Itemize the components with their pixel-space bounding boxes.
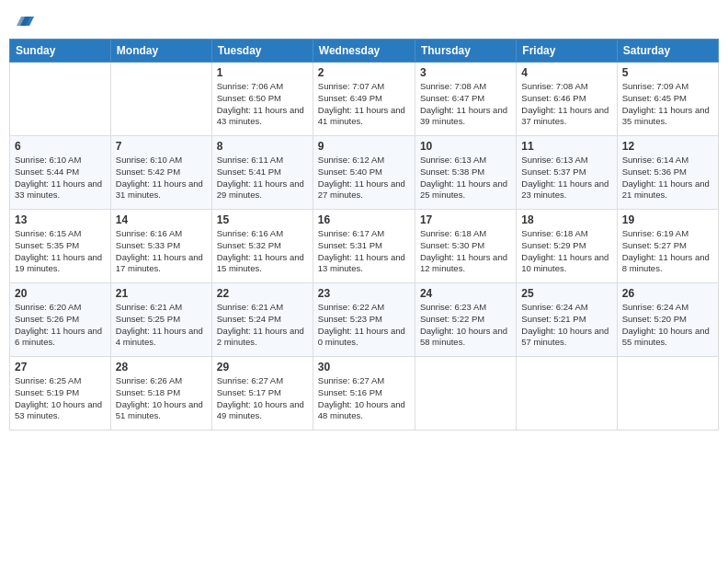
- calendar-cell: 23Sunrise: 6:22 AM Sunset: 5:23 PM Dayli…: [313, 283, 415, 357]
- calendar-cell: 17Sunrise: 6:18 AM Sunset: 5:30 PM Dayli…: [415, 210, 516, 283]
- day-number: 1: [217, 66, 308, 79]
- calendar-cell: 1Sunrise: 7:06 AM Sunset: 6:50 PM Daylig…: [211, 63, 313, 136]
- calendar-cell: [10, 63, 111, 136]
- cell-content: Sunrise: 6:10 AM Sunset: 5:42 PM Dayligh…: [116, 155, 207, 201]
- page-header: [9, 9, 719, 31]
- cell-content: Sunrise: 7:06 AM Sunset: 6:50 PM Dayligh…: [217, 81, 308, 128]
- day-number: 28: [116, 361, 207, 373]
- column-header-tuesday: Tuesday: [211, 40, 313, 63]
- day-number: 22: [217, 287, 308, 300]
- day-number: 6: [15, 140, 106, 153]
- cell-content: Sunrise: 6:22 AM Sunset: 5:23 PM Dayligh…: [318, 302, 410, 349]
- day-number: 4: [521, 66, 611, 79]
- logo: [15, 13, 37, 28]
- calendar-header: SundayMondayTuesdayWednesdayThursdayFrid…: [10, 40, 719, 63]
- day-number: 9: [318, 140, 410, 153]
- day-number: 24: [420, 287, 511, 300]
- cell-content: Sunrise: 6:21 AM Sunset: 5:25 PM Dayligh…: [116, 302, 207, 349]
- calendar-cell: 15Sunrise: 6:16 AM Sunset: 5:32 PM Dayli…: [211, 210, 313, 283]
- cell-content: Sunrise: 6:14 AM Sunset: 5:36 PM Dayligh…: [622, 155, 713, 201]
- cell-content: Sunrise: 6:15 AM Sunset: 5:35 PM Dayligh…: [15, 228, 106, 275]
- day-number: 26: [622, 287, 713, 300]
- column-header-saturday: Saturday: [617, 40, 718, 63]
- calendar-cell: 27Sunrise: 6:25 AM Sunset: 5:19 PM Dayli…: [10, 357, 111, 431]
- cell-content: Sunrise: 6:25 AM Sunset: 5:19 PM Dayligh…: [15, 375, 106, 422]
- cell-content: Sunrise: 6:18 AM Sunset: 5:30 PM Dayligh…: [420, 228, 511, 275]
- calendar-cell: 7Sunrise: 6:10 AM Sunset: 5:42 PM Daylig…: [110, 136, 211, 210]
- day-number: 13: [15, 213, 106, 226]
- day-number: 14: [116, 213, 207, 226]
- day-number: 23: [318, 287, 410, 300]
- cell-content: Sunrise: 6:13 AM Sunset: 5:38 PM Dayligh…: [420, 155, 511, 201]
- calendar-cell: 25Sunrise: 6:24 AM Sunset: 5:21 PM Dayli…: [517, 283, 617, 357]
- cell-content: Sunrise: 6:21 AM Sunset: 5:24 PM Dayligh…: [217, 302, 308, 349]
- day-number: 17: [420, 213, 511, 226]
- week-row-3: 13Sunrise: 6:15 AM Sunset: 5:35 PM Dayli…: [10, 210, 719, 283]
- cell-content: Sunrise: 7:08 AM Sunset: 6:47 PM Dayligh…: [420, 81, 511, 128]
- calendar-cell: 26Sunrise: 6:24 AM Sunset: 5:20 PM Dayli…: [617, 283, 718, 357]
- calendar-cell: 14Sunrise: 6:16 AM Sunset: 5:33 PM Dayli…: [110, 210, 211, 283]
- calendar-cell: 28Sunrise: 6:26 AM Sunset: 5:18 PM Dayli…: [110, 357, 211, 431]
- day-number: 25: [521, 287, 611, 300]
- day-number: 10: [420, 140, 511, 153]
- calendar-cell: 20Sunrise: 6:20 AM Sunset: 5:26 PM Dayli…: [10, 283, 111, 357]
- calendar-cell: 30Sunrise: 6:27 AM Sunset: 5:16 PM Dayli…: [313, 357, 415, 431]
- cell-content: Sunrise: 6:18 AM Sunset: 5:29 PM Dayligh…: [521, 228, 611, 275]
- calendar-cell: 3Sunrise: 7:08 AM Sunset: 6:47 PM Daylig…: [415, 63, 516, 136]
- cell-content: Sunrise: 6:24 AM Sunset: 5:20 PM Dayligh…: [622, 302, 713, 349]
- cell-content: Sunrise: 6:12 AM Sunset: 5:40 PM Dayligh…: [318, 155, 410, 201]
- calendar-cell: 11Sunrise: 6:13 AM Sunset: 5:37 PM Dayli…: [517, 136, 617, 210]
- calendar-cell: 2Sunrise: 7:07 AM Sunset: 6:49 PM Daylig…: [313, 63, 415, 136]
- calendar-cell: 6Sunrise: 6:10 AM Sunset: 5:44 PM Daylig…: [10, 136, 111, 210]
- week-row-4: 20Sunrise: 6:20 AM Sunset: 5:26 PM Dayli…: [10, 283, 719, 357]
- cell-content: Sunrise: 6:16 AM Sunset: 5:32 PM Dayligh…: [217, 228, 308, 275]
- day-number: 8: [217, 140, 308, 153]
- calendar-cell: 24Sunrise: 6:23 AM Sunset: 5:22 PM Dayli…: [415, 283, 516, 357]
- column-header-wednesday: Wednesday: [313, 40, 415, 63]
- cell-content: Sunrise: 6:27 AM Sunset: 5:16 PM Dayligh…: [318, 375, 410, 422]
- day-number: 20: [15, 287, 106, 300]
- calendar-cell: [110, 63, 211, 136]
- day-number: 12: [622, 140, 713, 153]
- calendar-cell: [617, 357, 718, 431]
- cell-content: Sunrise: 6:16 AM Sunset: 5:33 PM Dayligh…: [116, 228, 207, 275]
- day-number: 3: [420, 66, 511, 79]
- calendar-cell: 8Sunrise: 6:11 AM Sunset: 5:41 PM Daylig…: [211, 136, 313, 210]
- week-row-1: 1Sunrise: 7:06 AM Sunset: 6:50 PM Daylig…: [10, 63, 719, 136]
- day-number: 21: [116, 287, 207, 300]
- cell-content: Sunrise: 6:26 AM Sunset: 5:18 PM Dayligh…: [116, 375, 207, 422]
- week-row-2: 6Sunrise: 6:10 AM Sunset: 5:44 PM Daylig…: [10, 136, 719, 210]
- day-number: 7: [116, 140, 207, 153]
- cell-content: Sunrise: 7:08 AM Sunset: 6:46 PM Dayligh…: [521, 81, 611, 128]
- cell-content: Sunrise: 6:19 AM Sunset: 5:27 PM Dayligh…: [622, 228, 713, 275]
- calendar-cell: 21Sunrise: 6:21 AM Sunset: 5:25 PM Dayli…: [110, 283, 211, 357]
- cell-content: Sunrise: 6:20 AM Sunset: 5:26 PM Dayligh…: [15, 302, 106, 349]
- day-number: 5: [622, 66, 713, 79]
- column-header-sunday: Sunday: [10, 40, 111, 63]
- calendar-cell: 12Sunrise: 6:14 AM Sunset: 5:36 PM Dayli…: [617, 136, 718, 210]
- calendar-cell: 10Sunrise: 6:13 AM Sunset: 5:38 PM Dayli…: [415, 136, 516, 210]
- day-number: 29: [217, 361, 308, 373]
- cell-content: Sunrise: 7:07 AM Sunset: 6:49 PM Dayligh…: [318, 81, 410, 128]
- cell-content: Sunrise: 6:27 AM Sunset: 5:17 PM Dayligh…: [217, 375, 308, 422]
- day-number: 19: [622, 213, 713, 226]
- logo-icon: [17, 13, 35, 28]
- cell-content: Sunrise: 6:10 AM Sunset: 5:44 PM Dayligh…: [15, 155, 106, 201]
- week-row-5: 27Sunrise: 6:25 AM Sunset: 5:19 PM Dayli…: [10, 357, 719, 431]
- cell-content: Sunrise: 6:11 AM Sunset: 5:41 PM Dayligh…: [217, 155, 308, 201]
- calendar-cell: 13Sunrise: 6:15 AM Sunset: 5:35 PM Dayli…: [10, 210, 111, 283]
- column-header-thursday: Thursday: [415, 40, 516, 63]
- cell-content: Sunrise: 6:17 AM Sunset: 5:31 PM Dayligh…: [318, 228, 410, 275]
- day-number: 30: [318, 361, 410, 373]
- column-header-monday: Monday: [110, 40, 211, 63]
- cell-content: Sunrise: 6:23 AM Sunset: 5:22 PM Dayligh…: [420, 302, 511, 349]
- day-number: 11: [521, 140, 611, 153]
- calendar-cell: 9Sunrise: 6:12 AM Sunset: 5:40 PM Daylig…: [313, 136, 415, 210]
- calendar-cell: 5Sunrise: 7:09 AM Sunset: 6:45 PM Daylig…: [617, 63, 718, 136]
- calendar-table: SundayMondayTuesdayWednesdayThursdayFrid…: [9, 39, 719, 431]
- calendar-cell: [517, 357, 617, 431]
- day-number: 18: [521, 213, 611, 226]
- column-header-friday: Friday: [517, 40, 617, 63]
- day-number: 27: [15, 361, 106, 373]
- day-number: 16: [318, 213, 410, 226]
